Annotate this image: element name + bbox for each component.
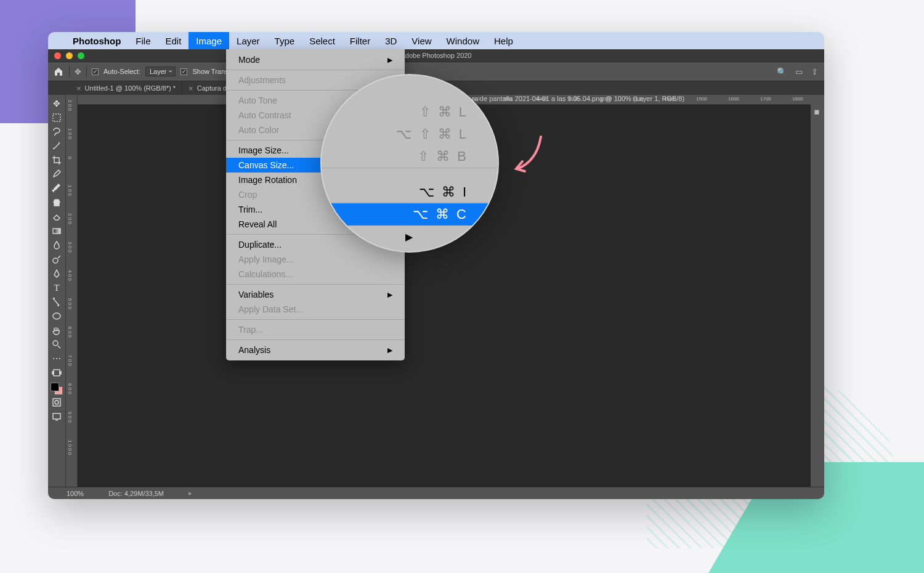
ruler-tick: 7 0 0 — [67, 355, 72, 366]
svg-point-2 — [53, 258, 58, 263]
close-window-button[interactable] — [54, 52, 61, 59]
svg-point-9 — [55, 400, 59, 404]
statusbar-arrow-icon[interactable]: ▸ — [188, 489, 192, 497]
shape-tool[interactable] — [50, 309, 63, 323]
ruler-tick: 1 0 0 — [67, 185, 72, 196]
menubar-type[interactable]: Type — [267, 32, 302, 49]
ruler-tick: 8 0 0 — [67, 383, 72, 394]
zoom-level[interactable]: 100% — [67, 490, 84, 497]
menu-item-mode[interactable]: Mode▶ — [226, 52, 405, 67]
zoom-tool[interactable] — [50, 338, 63, 351]
close-tab-icon[interactable]: × — [76, 84, 81, 93]
menubar-select[interactable]: Select — [302, 32, 342, 49]
menubar-help[interactable]: Help — [487, 32, 521, 49]
ruler-tick: 3 0 0 — [67, 242, 72, 253]
crop-tool[interactable] — [50, 153, 63, 167]
home-icon[interactable] — [53, 67, 64, 76]
artboard-tool[interactable] — [50, 366, 63, 380]
menu-item-label: Image Rotation — [238, 175, 297, 185]
menu-separator — [226, 284, 405, 285]
menubar-view[interactable]: View — [404, 32, 439, 49]
tab-suffix-label: ra de pantalla 2021-04-01 a las 9.05.04.… — [472, 95, 684, 102]
menu-separator — [226, 339, 405, 340]
svg-point-3 — [53, 313, 60, 319]
app-window: Photoshop File Edit Image Layer Type Sel… — [48, 32, 824, 499]
menu-item-label: Apply Data Set... — [238, 304, 303, 314]
menu-item-label: Reveal All — [238, 219, 277, 229]
menu-item-label: Mode — [238, 55, 260, 65]
layers-panel-icon[interactable]: ◆ — [812, 107, 823, 118]
screenmode-tool[interactable] — [50, 410, 63, 423]
ruler-tick: 2 0 0 — [67, 100, 72, 111]
menubar-edit[interactable]: Edit — [158, 32, 189, 49]
edit-toolbar-icon[interactable]: ⋯ — [50, 352, 63, 365]
brush-tool[interactable] — [50, 182, 63, 195]
menu-separator — [226, 319, 405, 320]
eraser-tool[interactable] — [50, 210, 63, 224]
menubar-layer[interactable]: Layer — [229, 32, 267, 49]
svg-rect-5 — [54, 370, 60, 376]
status-bar: 100% Doc: 4,29M/33,5M ▸ — [48, 487, 824, 499]
gradient-tool[interactable] — [50, 224, 63, 238]
path-tool[interactable] — [50, 295, 63, 309]
magnify-shortcut-row: ⌥ ⌘ I — [322, 181, 498, 203]
ruler-tick: 6 0 0 — [67, 327, 72, 338]
type-tool[interactable]: T — [50, 281, 63, 295]
svg-rect-7 — [60, 372, 61, 374]
wand-tool[interactable] — [50, 139, 63, 153]
tab-label: Untitled-1 @ 100% (RGB/8*) * — [85, 84, 176, 92]
color-swatch[interactable] — [51, 383, 63, 395]
menubar-image[interactable]: Image — [188, 32, 229, 49]
pen-tool[interactable] — [50, 267, 63, 280]
submenu-arrow-icon: ▶ — [387, 56, 392, 64]
close-tab-icon[interactable]: × — [188, 84, 193, 93]
show-transform-label: Show Transf — [192, 68, 230, 75]
ruler-tick: 1 0 0 0 — [67, 440, 72, 455]
menu-item-label: Auto Tone — [238, 96, 277, 105]
show-transform-checkbox[interactable] — [180, 68, 187, 75]
hand-tool[interactable] — [50, 323, 63, 337]
tools-panel: ✥ T ⋯ — [48, 95, 65, 487]
magnify-shortcut-row: ⌥ ⌘ C — [322, 203, 498, 226]
marquee-tool[interactable] — [50, 111, 63, 124]
menu-item-variables[interactable]: Variables▶ — [226, 287, 405, 302]
menubar-file[interactable]: File — [128, 32, 158, 49]
search-icon[interactable]: 🔍 — [777, 67, 787, 76]
menubar-app-name[interactable]: Photoshop — [65, 32, 128, 49]
menu-item-trap-: Trap... — [226, 322, 405, 337]
ruler-tick: 1500 — [696, 96, 707, 102]
macos-menubar: Photoshop File Edit Image Layer Type Sel… — [48, 32, 824, 49]
vertical-ruler[interactable]: 2 0 01 0 001 0 02 0 03 0 04 0 05 0 06 0 … — [65, 95, 78, 487]
menu-item-calculations-: Calculations... — [226, 267, 405, 282]
share-icon[interactable]: ⇪ — [811, 67, 818, 76]
lasso-tool[interactable] — [50, 125, 63, 139]
menu-item-label: Analysis — [238, 345, 270, 355]
minimize-window-button[interactable] — [66, 52, 73, 59]
menu-item-label: Variables — [238, 290, 274, 299]
quickmask-tool[interactable] — [50, 396, 63, 409]
layer-select-dropdown[interactable]: Layer — [145, 67, 176, 76]
move-tool-icon[interactable]: ✥ — [75, 67, 81, 76]
svg-rect-1 — [53, 229, 60, 234]
menu-item-label: Apply Image... — [238, 254, 294, 264]
menu-item-label: Canvas Size... — [238, 160, 294, 170]
magnify-separator — [322, 168, 498, 168]
auto-select-checkbox[interactable] — [92, 68, 99, 75]
window-title: Adobe Photoshop 2020 — [401, 52, 472, 59]
move-tool[interactable]: ✥ — [50, 97, 63, 110]
doc-size[interactable]: Doc: 4,29M/33,5M — [108, 490, 164, 497]
blur-tool[interactable] — [50, 238, 63, 252]
menu-item-analysis[interactable]: Analysis▶ — [226, 343, 405, 357]
svg-point-4 — [53, 341, 58, 346]
separator — [86, 65, 87, 78]
dodge-tool[interactable] — [50, 253, 63, 266]
eyedropper-tool[interactable] — [50, 168, 63, 181]
clone-tool[interactable] — [50, 196, 63, 209]
menubar-3d[interactable]: 3D — [378, 32, 404, 49]
workspace-icon[interactable]: ▭ — [795, 67, 803, 76]
document-tab-1[interactable]: × Untitled-1 @ 100% (RGB/8*) * — [70, 81, 182, 95]
magnify-shortcut-row: ⇧ ⌘ B — [322, 145, 498, 168]
menubar-window[interactable]: Window — [439, 32, 487, 49]
menubar-filter[interactable]: Filter — [342, 32, 378, 49]
zoom-window-button[interactable] — [78, 52, 84, 59]
